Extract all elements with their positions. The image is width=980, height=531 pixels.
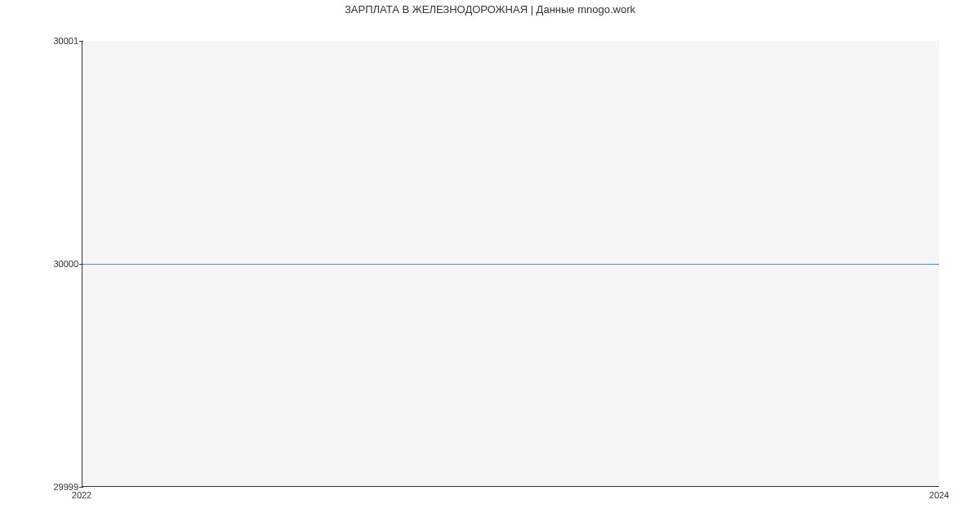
x-tick-label: 2024 <box>929 490 949 500</box>
tick-mark <box>79 264 83 265</box>
tick-mark <box>79 41 83 42</box>
y-tick-label: 30001 <box>53 36 78 46</box>
y-tick-top: 30001 <box>5 36 78 46</box>
tick-mark <box>79 487 83 488</box>
x-tick-right: 2024 <box>929 490 949 500</box>
y-tick-mid: 30000 <box>5 259 78 269</box>
chart-container: ЗАРПЛАТА В ЖЕЛЕЗНОДОРОЖНАЯ | Данные mnog… <box>0 0 980 531</box>
y-tick-label: 30000 <box>53 259 78 269</box>
y-tick-bottom: 29999 <box>5 482 78 492</box>
series-line <box>82 264 939 265</box>
x-tick-left: 2022 <box>72 490 91 500</box>
plot-area <box>82 41 939 487</box>
chart-title: ЗАРПЛАТА В ЖЕЛЕЗНОДОРОЖНАЯ | Данные mnog… <box>0 3 980 16</box>
x-tick-label: 2022 <box>72 490 91 500</box>
